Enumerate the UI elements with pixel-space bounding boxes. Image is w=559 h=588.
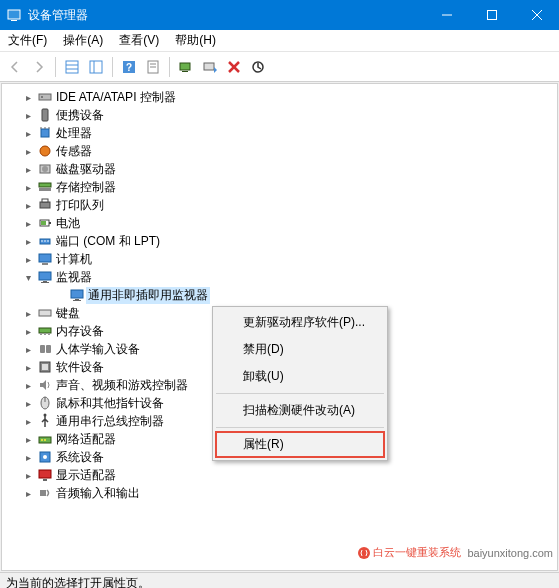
- expander-icon[interactable]: ▸: [20, 218, 36, 229]
- svg-rect-22: [39, 94, 51, 100]
- minimize-button[interactable]: [424, 0, 469, 30]
- svg-rect-60: [42, 364, 48, 370]
- svg-rect-45: [39, 272, 51, 280]
- tree-item[interactable]: 通用非即插即用监视器: [2, 286, 557, 304]
- expander-icon[interactable]: ▸: [20, 326, 36, 337]
- ctx-disable[interactable]: 禁用(D): [215, 336, 385, 363]
- update-driver-button[interactable]: [199, 56, 221, 78]
- ctx-separator: [216, 393, 384, 394]
- expander-icon[interactable]: ▸: [20, 92, 36, 103]
- tree-item-label: 音频输入和输出: [54, 485, 142, 502]
- app-icon: [6, 7, 22, 23]
- expander-icon[interactable]: ▸: [20, 362, 36, 373]
- svg-rect-37: [49, 222, 51, 224]
- list-button[interactable]: [85, 56, 107, 78]
- tree-item-label: 声音、视频和游戏控制器: [54, 377, 190, 394]
- svg-rect-70: [43, 479, 47, 481]
- tree-item[interactable]: ▸传感器: [2, 142, 557, 160]
- expander-icon[interactable]: ▸: [20, 434, 36, 445]
- titlebar: 设备管理器: [0, 0, 559, 30]
- device-tree-container[interactable]: ▸IDE ATA/ATAPI 控制器▸便携设备▸处理器▸传感器▸磁盘驱动器▸存储…: [1, 83, 558, 571]
- tree-item[interactable]: ▸音频输入和输出: [2, 484, 557, 502]
- expander-icon[interactable]: ▸: [20, 344, 36, 355]
- tree-item[interactable]: ▸磁盘驱动器: [2, 160, 557, 178]
- keyboard-icon: [36, 305, 54, 321]
- tree-item-label: 处理器: [54, 125, 94, 142]
- printer-icon: [36, 197, 54, 213]
- expander-icon[interactable]: ▸: [20, 452, 36, 463]
- menu-view[interactable]: 查看(V): [111, 30, 167, 51]
- tree-item-label: 人体学输入设备: [54, 341, 142, 358]
- ctx-properties[interactable]: 属性(R): [215, 431, 385, 458]
- ctx-separator: [216, 427, 384, 428]
- maximize-button[interactable]: [469, 0, 514, 30]
- tree-item-label: 鼠标和其他指针设备: [54, 395, 166, 412]
- expander-icon[interactable]: ▸: [20, 146, 36, 157]
- tree-item[interactable]: ▸处理器: [2, 124, 557, 142]
- svg-point-42: [47, 240, 49, 242]
- tree-item[interactable]: ▸计算机: [2, 250, 557, 268]
- sound-icon: [36, 377, 54, 393]
- tree-item[interactable]: ▸打印队列: [2, 196, 557, 214]
- svg-rect-6: [66, 61, 78, 73]
- tree-item-label: 打印队列: [54, 197, 106, 214]
- tree-item[interactable]: ▸便携设备: [2, 106, 557, 124]
- svg-rect-69: [39, 470, 51, 478]
- disable-button[interactable]: [247, 56, 269, 78]
- expander-icon[interactable]: ▸: [20, 398, 36, 409]
- back-button[interactable]: [4, 56, 26, 78]
- ctx-update-driver[interactable]: 更新驱动程序软件(P)...: [215, 309, 385, 336]
- expander-icon[interactable]: ▸: [20, 200, 36, 211]
- tree-item[interactable]: ▸IDE ATA/ATAPI 控制器: [2, 88, 557, 106]
- expander-icon[interactable]: ▸: [20, 488, 36, 499]
- tree-item[interactable]: ▸显示适配器: [2, 466, 557, 484]
- computer-icon: [36, 251, 54, 267]
- expander-icon[interactable]: ▸: [20, 470, 36, 481]
- svg-rect-32: [39, 183, 51, 187]
- svg-rect-25: [41, 129, 49, 137]
- details-button[interactable]: [61, 56, 83, 78]
- scan-hardware-button[interactable]: [175, 56, 197, 78]
- svg-rect-9: [90, 61, 102, 73]
- tree-item-label: 显示适配器: [54, 467, 118, 484]
- ctx-scan[interactable]: 扫描检测硬件改动(A): [215, 397, 385, 424]
- close-button[interactable]: [514, 0, 559, 30]
- expander-icon[interactable]: ▸: [20, 416, 36, 427]
- expander-icon[interactable]: ▸: [20, 164, 36, 175]
- expander-icon[interactable]: ▸: [20, 110, 36, 121]
- forward-button[interactable]: [28, 56, 50, 78]
- sensor-icon: [36, 143, 54, 159]
- menu-help[interactable]: 帮助(H): [167, 30, 224, 51]
- expander-icon[interactable]: ▸: [20, 182, 36, 193]
- ctx-uninstall[interactable]: 卸载(U): [215, 363, 385, 390]
- expander-icon[interactable]: ▸: [20, 128, 36, 139]
- toolbar: ?: [0, 52, 559, 82]
- svg-text:?: ?: [126, 62, 132, 73]
- svg-rect-18: [204, 63, 214, 70]
- menu-file[interactable]: 文件(F): [0, 30, 55, 51]
- system-icon: [36, 449, 54, 465]
- expander-icon[interactable]: ▸: [20, 236, 36, 247]
- tree-item-label: 磁盘驱动器: [54, 161, 118, 178]
- help-button[interactable]: ?: [118, 56, 140, 78]
- svg-point-31: [42, 166, 48, 172]
- tree-item[interactable]: ▾监视器: [2, 268, 557, 286]
- properties-button[interactable]: [142, 56, 164, 78]
- tree-item-label: 网络适配器: [54, 431, 118, 448]
- tree-item[interactable]: ▸端口 (COM 和 LPT): [2, 232, 557, 250]
- menu-action[interactable]: 操作(A): [55, 30, 111, 51]
- expander-icon[interactable]: ▸: [20, 254, 36, 265]
- expander-icon[interactable]: ▾: [20, 272, 36, 283]
- svg-rect-53: [39, 328, 51, 333]
- uninstall-button[interactable]: [223, 56, 245, 78]
- tree-item[interactable]: ▸存储控制器: [2, 178, 557, 196]
- expander-icon[interactable]: ▸: [20, 380, 36, 391]
- network-icon: [36, 431, 54, 447]
- tree-item-label: 键盘: [54, 305, 82, 322]
- tree-item[interactable]: ▸电池: [2, 214, 557, 232]
- hid-icon: [36, 341, 54, 357]
- battery-icon: [36, 215, 54, 231]
- expander-icon[interactable]: ▸: [20, 308, 36, 319]
- svg-point-66: [44, 439, 46, 441]
- svg-rect-57: [40, 345, 45, 353]
